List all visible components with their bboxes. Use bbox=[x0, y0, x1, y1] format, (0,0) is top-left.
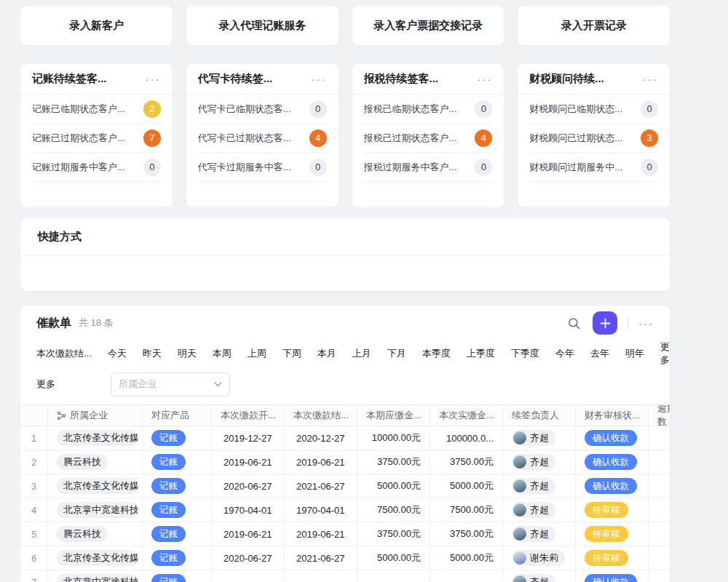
table-row[interactable]: 2腾云科技记账2019-06-212019-06-213750.00元3750.… bbox=[20, 450, 670, 474]
company-cell[interactable]: 北京传圣文化传媒 bbox=[48, 474, 143, 498]
date-cell[interactable]: 2020-06-27 bbox=[212, 546, 285, 570]
audit-status-cell[interactable]: 待审核 bbox=[576, 498, 649, 522]
product-cell[interactable]: 记账 bbox=[143, 522, 212, 546]
date-filter-option[interactable]: 明年 bbox=[625, 347, 644, 360]
column-header-start[interactable]: 本次缴款开... bbox=[212, 405, 285, 426]
date-filter-option[interactable]: 去年 bbox=[590, 347, 609, 360]
stat-list-item[interactable]: 报税已临期状态客户...0 bbox=[364, 95, 493, 124]
stat-list-item[interactable]: 代写卡过期服务中客...0 bbox=[198, 153, 327, 182]
column-header-company[interactable]: 所属企业 bbox=[48, 405, 143, 426]
date-filter-option[interactable]: 今年 bbox=[555, 347, 574, 360]
stat-list-item[interactable]: 财税顾问已临期状态...0 bbox=[529, 95, 658, 124]
column-header-num[interactable] bbox=[20, 405, 48, 426]
column-header-paid[interactable]: 本次实缴金... bbox=[430, 405, 503, 426]
more-filters-link[interactable]: 更多 bbox=[36, 378, 55, 391]
amount-cell[interactable]: 5000.00元 bbox=[430, 474, 503, 498]
owner-cell[interactable]: 齐超 bbox=[503, 570, 576, 582]
date-cell[interactable]: 2020-06-27 bbox=[212, 474, 285, 498]
date-cell[interactable]: 2019-06-21 bbox=[212, 450, 285, 474]
column-header-audit[interactable]: 财务审核状... bbox=[576, 405, 649, 426]
company-cell[interactable]: 腾云科技 bbox=[48, 450, 143, 474]
table-row[interactable]: 6北京传圣文化传媒记账2020-06-272021-06-275000.00元5… bbox=[20, 546, 670, 570]
column-header-owner[interactable]: 续签负责人 bbox=[503, 405, 576, 426]
date-filter-option[interactable]: 上季度 bbox=[467, 347, 495, 360]
overdue-cell[interactable] bbox=[649, 426, 670, 450]
date-cell[interactable]: 1970-04-01 bbox=[285, 498, 357, 522]
column-header-end[interactable]: 本次缴款结... bbox=[285, 405, 357, 426]
company-cell[interactable]: 北京掌中宽途科技 bbox=[48, 570, 143, 582]
overdue-cell[interactable] bbox=[649, 450, 670, 474]
amount-cell[interactable]: 5000.00元 bbox=[357, 546, 430, 570]
quick-action-button[interactable]: 录入新客户 bbox=[20, 6, 173, 45]
date-cell[interactable]: 2021-06-27 bbox=[285, 546, 357, 570]
amount-cell[interactable]: 3750.00元 bbox=[430, 450, 503, 474]
date-filter-option[interactable]: 上月 bbox=[352, 347, 371, 360]
stat-list-item[interactable]: 报税过期服务中客户...0 bbox=[364, 153, 493, 182]
audit-status-cell[interactable]: 待审核 bbox=[576, 522, 649, 546]
card-more-icon[interactable]: ··· bbox=[643, 73, 658, 84]
amount-cell[interactable]: 100000.0... bbox=[430, 426, 503, 450]
table-row[interactable]: 5腾云科技记账2019-06-212019-06-213750.00元3750.… bbox=[20, 522, 670, 546]
overdue-cell[interactable] bbox=[649, 498, 670, 522]
date-filter-option[interactable]: 今天 bbox=[108, 347, 127, 360]
card-more-icon[interactable]: ··· bbox=[146, 73, 161, 84]
product-cell[interactable]: 记账 bbox=[143, 570, 212, 582]
date-cell[interactable] bbox=[285, 570, 357, 582]
overdue-cell[interactable] bbox=[649, 522, 670, 546]
amount-cell[interactable]: 7500.00元 bbox=[357, 498, 430, 522]
company-cell[interactable]: 北京传圣文化传媒 bbox=[48, 546, 143, 570]
overdue-cell[interactable] bbox=[649, 570, 670, 582]
audit-status-cell[interactable]: 确认收款 bbox=[576, 474, 649, 498]
owner-cell[interactable]: 齐超 bbox=[503, 498, 576, 522]
owner-cell[interactable]: 齐超 bbox=[503, 474, 576, 498]
search-icon[interactable] bbox=[565, 314, 582, 332]
date-cell[interactable]: 2019-06-21 bbox=[285, 450, 357, 474]
more-options-icon[interactable]: ··· bbox=[638, 318, 654, 329]
add-record-button[interactable] bbox=[593, 311, 617, 335]
column-header-product[interactable]: 对应产品 bbox=[143, 405, 212, 426]
audit-status-cell[interactable]: 确认收款 bbox=[576, 426, 649, 450]
date-cell[interactable]: 2020-12-27 bbox=[285, 426, 357, 450]
owner-cell[interactable]: 齐超 bbox=[503, 426, 576, 450]
stat-list-item[interactable]: 报税已过期状态客户...4 bbox=[364, 124, 493, 153]
amount-cell[interactable]: 3750.00元 bbox=[357, 450, 430, 474]
table-row[interactable]: 1北京传圣文化传媒记账2019-12-272020-12-2710000.00元… bbox=[20, 426, 670, 450]
audit-status-cell[interactable]: 待审核 bbox=[576, 546, 649, 570]
company-cell[interactable]: 北京掌中宽途科技 bbox=[48, 498, 143, 522]
product-cell[interactable]: 记账 bbox=[143, 450, 212, 474]
date-filter-option[interactable]: 明天 bbox=[178, 347, 197, 360]
date-filter-option[interactable]: 本月 bbox=[317, 347, 336, 360]
quick-action-button[interactable]: 录入代理记账服务 bbox=[186, 6, 339, 45]
amount-cell[interactable]: 7500.00元 bbox=[430, 498, 503, 522]
product-cell[interactable]: 记账 bbox=[143, 474, 212, 498]
amount-cell[interactable]: 3750.00元 bbox=[430, 522, 503, 546]
stat-list-item[interactable]: 记账已过期状态客户...7 bbox=[32, 124, 161, 153]
date-filter-option[interactable]: 下月 bbox=[387, 347, 406, 360]
more-date-filters-link[interactable]: 更多 bbox=[660, 340, 670, 367]
product-cell[interactable]: 记账 bbox=[143, 426, 212, 450]
product-cell[interactable]: 记账 bbox=[143, 498, 212, 522]
amount-cell[interactable]: 3750.00元 bbox=[357, 522, 430, 546]
table-row[interactable]: 3北京传圣文化传媒记账2020-06-272021-06-275000.00元5… bbox=[20, 474, 670, 498]
owner-cell[interactable]: 齐超 bbox=[503, 450, 576, 474]
company-cell[interactable]: 北京传圣文化传媒 bbox=[48, 426, 143, 450]
stat-list-item[interactable]: 记账已临期状态客户...2 bbox=[32, 95, 161, 124]
amount-cell[interactable] bbox=[357, 570, 430, 582]
audit-status-cell[interactable]: 确认收款 bbox=[576, 450, 649, 474]
owner-cell[interactable]: 谢朱莉 bbox=[503, 546, 576, 570]
quick-action-button[interactable]: 录入客户票据交接记录 bbox=[352, 6, 505, 45]
date-cell[interactable]: 2019-06-21 bbox=[212, 522, 285, 546]
stat-list-item[interactable]: 记账过期服务中客户...0 bbox=[32, 153, 161, 182]
stat-list-item[interactable]: 代写卡已临期状态客...0 bbox=[198, 95, 327, 124]
overdue-cell[interactable] bbox=[649, 474, 670, 498]
amount-cell[interactable] bbox=[430, 570, 503, 582]
column-header-due[interactable]: 本期应缴金... bbox=[357, 405, 430, 426]
owner-cell[interactable]: 齐超 bbox=[503, 522, 576, 546]
product-cell[interactable]: 记账 bbox=[143, 546, 212, 570]
amount-cell[interactable]: 10000.00元 bbox=[357, 426, 430, 450]
column-header-overdue[interactable]: 逾期天数 bbox=[649, 405, 670, 426]
stat-list-item[interactable]: 代写卡已过期状态客...4 bbox=[198, 124, 327, 153]
table-row[interactable]: 7北京掌中宽途科技记账齐超确认收款 bbox=[20, 570, 670, 582]
amount-cell[interactable]: 5000.00元 bbox=[430, 546, 503, 570]
date-cell[interactable] bbox=[212, 570, 285, 582]
